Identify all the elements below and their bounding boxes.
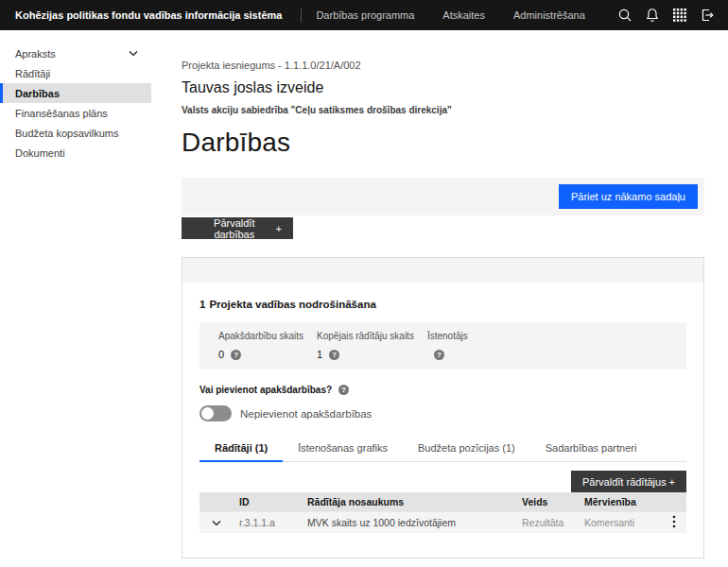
sidebar-item-label: Apraksts: [15, 48, 56, 60]
plus-icon: +: [669, 476, 675, 488]
activity-name: Projekta vadības nodrošināšana: [209, 299, 375, 310]
tab-raditaji[interactable]: Rādītāji (1): [199, 438, 283, 462]
subactivity-question: Vai pievienot apakšdarbības? ?: [199, 385, 686, 395]
nav-atskaites[interactable]: Atskaites: [428, 0, 499, 30]
card-header-strip: [182, 258, 703, 283]
page-title: Darbības: [182, 128, 704, 158]
stat-label: Kopējais rādītāju skaits: [317, 331, 414, 341]
nav-darbibas-programma[interactable]: Darbības programma: [302, 0, 428, 30]
topbar-icons: [611, 0, 728, 30]
subactivity-question-label: Vai pievienot apakšdarbības?: [199, 385, 332, 395]
subactivity-toggle-row: Nepievienot apakšdarbības: [199, 405, 686, 421]
sidebar-item-label: Finansēšanas plāns: [15, 108, 108, 119]
sidebar-item-dokumenti[interactable]: Dokumenti: [0, 143, 151, 163]
manage-activities-label: Pārvaldīt darbības: [193, 217, 276, 240]
sidebar-item-raditaji[interactable]: Rādītāji: [0, 63, 151, 83]
sidebar-item-label: Budžeta kopsavilkums: [15, 128, 118, 139]
activity-title: 1Projekta vadības nodrošināšana: [199, 299, 686, 310]
top-nav: Darbības programma Atskaites Administrēš…: [302, 0, 598, 30]
app-brand[interactable]: Kohēzijas politikas fondu vadības inform…: [0, 9, 301, 21]
search-icon[interactable]: [611, 0, 638, 30]
applicant-name: Valsts akciju sabiedrība "Ceļu satiksmes…: [182, 105, 704, 115]
notifications-bell-icon[interactable]: [638, 0, 666, 30]
stat-value-row: ?: [427, 349, 468, 360]
row-id: r.3.1.1.a: [234, 511, 302, 533]
next-section-button[interactable]: Pāriet uz nākamo sadaļu: [559, 184, 698, 209]
help-icon[interactable]: ?: [329, 350, 339, 360]
stat-subactivity-count: Apakšdarbību skaits 0 ?: [218, 331, 303, 361]
column-header-type: Veids: [516, 492, 579, 511]
sidebar: Apraksts Rādītāji Darbības Finansēšanas …: [0, 30, 175, 163]
tab-bar: Rādītāji (1) Īstenošanas grafiks Budžeta…: [199, 438, 686, 462]
column-header-name: Rādītāja nosaukums: [302, 492, 516, 511]
logout-icon[interactable]: [693, 0, 720, 30]
stat-label: Īstenotājs: [427, 331, 468, 341]
row-type: Rezultāta: [516, 511, 579, 533]
table-header-row: ID Rādītāja nosaukums Veids Mērvienība: [199, 492, 686, 511]
toggle-knob: [201, 407, 214, 420]
table-row: r.3.1.1.a MVK skaits uz 1000 iedzīvotāji…: [199, 511, 686, 533]
sidebar-item-finansesanas-plans[interactable]: Finansēšanas plāns: [0, 103, 151, 123]
column-header-unit: Mērvienība: [579, 492, 662, 511]
sidebar-item-label: Rādītāji: [15, 68, 50, 79]
activity-number: 1: [199, 299, 205, 310]
sidebar-item-label: Darbības: [15, 88, 60, 99]
row-menu-cell: [662, 511, 686, 533]
manage-activities-button[interactable]: Pārvaldīt darbības +: [182, 217, 293, 239]
sidebar-item-budzeta-kopsavilkums[interactable]: Budžeta kopsavilkums: [0, 123, 151, 143]
card-body: 1Projekta vadības nodrošināšana Apakšdar…: [182, 299, 703, 533]
indicators-table: ID Rādītāja nosaukums Veids Mērvienība: [199, 492, 686, 533]
row-unit: Komersanti: [579, 511, 662, 533]
row-indicator-name: MVK skaits uz 1000 iedzīvotājiem: [302, 511, 516, 533]
page: Kohēzijas politikas fondu vadības inform…: [0, 0, 728, 567]
row-expand-chevron-icon[interactable]: [212, 520, 221, 526]
stat-implementer: Īstenotājs ?: [427, 331, 468, 361]
subactivity-toggle[interactable]: [199, 405, 232, 421]
stat-value-row: 0 ?: [218, 349, 303, 360]
help-icon[interactable]: ?: [434, 350, 444, 360]
app-switcher-grid-icon[interactable]: [666, 0, 693, 30]
kebab-menu-icon[interactable]: [672, 515, 676, 528]
tab-sadarbibas-partneri[interactable]: Sadarbības partneri: [530, 438, 652, 461]
menu-column-header: [662, 492, 686, 511]
expand-column-header: [199, 492, 234, 511]
help-icon[interactable]: ?: [231, 350, 241, 360]
sidebar-item-label: Dokumenti: [15, 147, 65, 159]
chevron-down-icon: [129, 50, 138, 57]
nav-administresana[interactable]: Administrēšana: [499, 0, 599, 30]
stat-total-indicators: Kopējais rādītāju skaits 1 ?: [317, 331, 414, 361]
main-content: Projekta iesniegums - 1.1.1.0/21/A/002 T…: [182, 30, 704, 558]
top-bar: Kohēzijas politikas fondu vadības inform…: [0, 0, 728, 30]
project-title: Tauvas joslas izveide: [182, 79, 704, 96]
manage-indicators-label: Pārvaldīt rādītājus: [582, 476, 667, 488]
sidebar-item-darbibas[interactable]: Darbības: [0, 83, 151, 103]
manage-indicators-button[interactable]: Pārvaldīt rādītājus +: [571, 471, 686, 492]
stat-label: Apakšdarbību skaits: [218, 331, 303, 341]
toggle-label: Nepievienot apakšdarbības: [240, 408, 372, 420]
column-header-id: ID: [234, 492, 302, 511]
action-band: Pāriet uz nākamo sadaļu: [182, 178, 704, 215]
tab-istenosanas-grafiks[interactable]: Īstenošanas grafiks: [283, 438, 403, 461]
stat-value-row: 1 ?: [317, 349, 414, 360]
plus-icon: +: [276, 223, 282, 234]
help-icon[interactable]: ?: [338, 385, 349, 395]
activity-stats: Apakšdarbību skaits 0 ? Kopējais rādītāj…: [199, 322, 686, 369]
breadcrumb: Projekta iesniegums - 1.1.1.0/21/A/002: [182, 60, 704, 71]
sidebar-item-apraksts[interactable]: Apraksts: [0, 43, 151, 63]
row-expand-cell: [199, 511, 234, 533]
stat-value: 1: [317, 349, 322, 360]
stat-value: 0: [218, 349, 224, 360]
table-actions: Pārvaldīt rādītājus +: [199, 471, 686, 492]
activity-card: 1Projekta vadības nodrošināšana Apakšdar…: [182, 257, 704, 558]
tab-budzeta-pozicijas[interactable]: Budžeta pozīcijas (1): [403, 438, 530, 461]
